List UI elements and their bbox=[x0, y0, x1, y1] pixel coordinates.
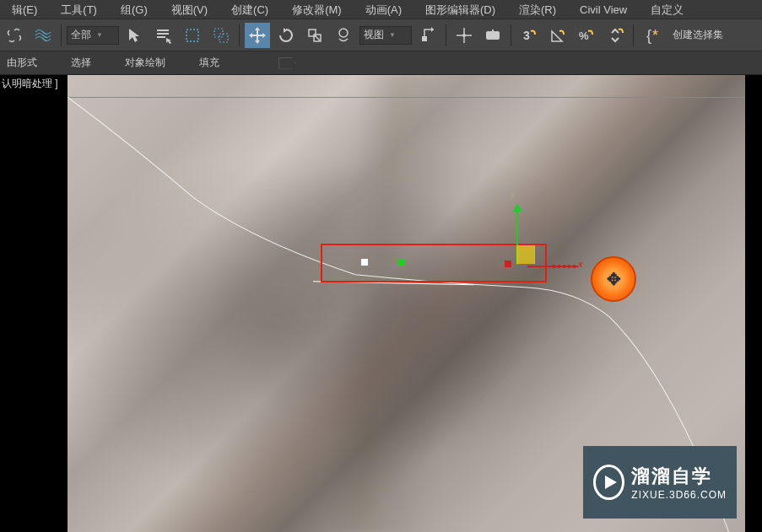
watermark-badge: 溜溜自学 ZIXUE.3D66.COM bbox=[583, 446, 737, 519]
main-toolbar: 全部 ▼ 视图 ▼ 3 % bbox=[0, 19, 762, 51]
chevron-down-icon: ▼ bbox=[96, 31, 103, 39]
svg-rect-1 bbox=[157, 33, 169, 35]
transform-gizmo[interactable]: y x bbox=[506, 227, 591, 311]
svg-rect-0 bbox=[157, 30, 169, 31]
main-menu-bar: 辑(E) 工具(T) 组(G) 视图(V) 创建(C) 修改器(M) 动画(A)… bbox=[0, 0, 762, 19]
category-freeform[interactable]: 由形式 bbox=[7, 56, 37, 70]
select-rotate-button[interactable] bbox=[273, 23, 299, 48]
percent-snap-button[interactable]: % bbox=[574, 23, 599, 48]
select-scale-button[interactable] bbox=[302, 23, 327, 48]
reference-coord-dropdown[interactable]: 视图 ▼ bbox=[359, 26, 412, 45]
vertex-handle-selected[interactable] bbox=[398, 260, 405, 266]
create-selection-set-field[interactable]: 创建选择集 bbox=[667, 23, 728, 48]
angle-snap-button[interactable] bbox=[545, 23, 570, 48]
menu-graph-editors[interactable]: 图形编辑器(D) bbox=[413, 0, 507, 19]
svg-rect-2 bbox=[157, 36, 165, 38]
category-select[interactable]: 选择 bbox=[71, 56, 91, 70]
tag-icon[interactable] bbox=[278, 57, 295, 69]
svg-text:3: 3 bbox=[523, 29, 530, 42]
gizmo-x-axis-dash[interactable] bbox=[553, 265, 578, 268]
svg-rect-3 bbox=[186, 30, 198, 41]
unlink-button[interactable] bbox=[2, 23, 27, 48]
svg-text:*: * bbox=[652, 27, 658, 44]
menu-view[interactable]: 视图(V) bbox=[159, 0, 219, 19]
selection-filter-label: 全部 bbox=[71, 28, 91, 42]
use-pivot-center-button[interactable] bbox=[415, 23, 440, 48]
select-manipulate-button[interactable] bbox=[451, 23, 477, 48]
menu-civil-view[interactable]: Civil View bbox=[568, 0, 639, 19]
selection-filter-dropdown[interactable]: 全部 ▼ bbox=[67, 26, 119, 45]
reference-coord-label: 视图 bbox=[364, 28, 384, 42]
menu-customize[interactable]: 自定义 bbox=[639, 0, 695, 19]
viewport-main[interactable]: y x ✥ 溜溜自学 ZIXUE.3D66.COM bbox=[68, 75, 762, 532]
menu-render[interactable]: 渲染(R) bbox=[507, 0, 568, 19]
gizmo-xy-plane[interactable] bbox=[516, 245, 535, 264]
svg-rect-5 bbox=[219, 34, 228, 42]
category-object-paint[interactable]: 对象绘制 bbox=[125, 56, 165, 70]
move-icon: ✥ bbox=[607, 269, 621, 289]
bind-spacewarp-button[interactable] bbox=[30, 23, 56, 48]
viewport-area: 认明暗处理 ] y x ✥ 溜溜自学 ZI bbox=[0, 75, 762, 532]
svg-text:%: % bbox=[579, 30, 589, 42]
toolbar-separator bbox=[633, 24, 634, 46]
viewport-left-margin: 认明暗处理 ] bbox=[0, 75, 68, 532]
svg-rect-4 bbox=[214, 29, 223, 37]
svg-point-8 bbox=[339, 29, 348, 37]
watermark-title: 溜溜自学 bbox=[631, 464, 727, 489]
play-icon bbox=[593, 465, 624, 500]
menu-create[interactable]: 创建(C) bbox=[219, 0, 280, 19]
menu-edit[interactable]: 辑(E) bbox=[0, 0, 49, 19]
vertex-handle[interactable] bbox=[361, 259, 368, 266]
toolbar-separator bbox=[511, 24, 511, 46]
select-move-button[interactable] bbox=[245, 23, 270, 48]
menu-modifiers[interactable]: 修改器(M) bbox=[280, 0, 354, 19]
svg-text:{: { bbox=[646, 27, 651, 44]
gizmo-x-label: x bbox=[578, 259, 583, 269]
keyboard-shortcut-override-button[interactable] bbox=[480, 23, 505, 48]
viewport-shading-label[interactable]: 认明暗处理 ] bbox=[2, 77, 58, 91]
spinner-snap-button[interactable] bbox=[603, 23, 628, 48]
viewport-right-edge bbox=[745, 75, 762, 532]
toolbar-separator bbox=[239, 24, 240, 46]
select-by-name-button[interactable] bbox=[151, 23, 176, 48]
svg-point-10 bbox=[462, 34, 466, 37]
toolbar-separator bbox=[61, 24, 62, 46]
watermark-url: ZIXUE.3D66.COM bbox=[631, 489, 727, 501]
named-selection-sets-button[interactable]: {* bbox=[639, 23, 664, 48]
category-bar: 由形式 选择 对象绘制 填充 bbox=[0, 51, 762, 75]
gizmo-y-label: y bbox=[511, 189, 516, 199]
rectangular-selection-button[interactable] bbox=[180, 23, 205, 48]
svg-rect-9 bbox=[422, 36, 427, 41]
watermark-text: 溜溜自学 ZIXUE.3D66.COM bbox=[631, 464, 727, 501]
toolbar-separator bbox=[446, 24, 446, 46]
window-crossing-button[interactable] bbox=[208, 23, 234, 48]
select-object-button[interactable] bbox=[122, 23, 148, 48]
menu-tools[interactable]: 工具(T) bbox=[49, 0, 109, 19]
select-place-button[interactable] bbox=[331, 23, 356, 48]
chevron-down-icon: ▼ bbox=[389, 31, 396, 39]
menu-animation[interactable]: 动画(A) bbox=[354, 0, 413, 19]
move-gizmo-handle[interactable]: ✥ bbox=[591, 256, 636, 302]
snap-toggle-button[interactable]: 3 bbox=[516, 23, 542, 48]
svg-rect-6 bbox=[309, 30, 316, 36]
menu-group[interactable]: 组(G) bbox=[109, 0, 159, 19]
category-fill[interactable]: 填充 bbox=[199, 56, 219, 70]
